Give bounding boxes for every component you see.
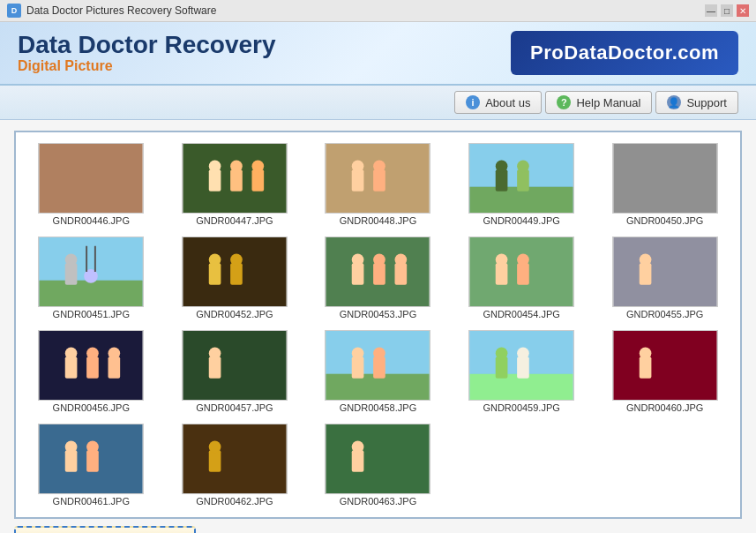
- list-item[interactable]: GNDR00453.JPG: [310, 233, 446, 323]
- svg-rect-56: [183, 331, 286, 400]
- image-filename: GNDR00452.JPG: [196, 309, 273, 319]
- svg-rect-18: [517, 169, 529, 191]
- title-bar-controls: — □ ✕: [705, 4, 749, 17]
- svg-point-10: [352, 161, 364, 173]
- app-subtitle: Digital Picture: [18, 58, 276, 74]
- image-filename: GNDR00448.JPG: [340, 215, 416, 226]
- image-filename: GNDR00456.JPG: [53, 402, 130, 413]
- list-item[interactable]: GNDR00456.JPG: [23, 327, 160, 417]
- svg-rect-77: [65, 450, 78, 471]
- title-bar: D Data Doctor Pictures Recovery Software…: [0, 0, 756, 22]
- title-bar-left: D Data Doctor Pictures Recovery Software: [7, 4, 216, 18]
- list-item[interactable]: GNDR00448.JPG: [310, 139, 446, 229]
- svg-point-36: [352, 254, 364, 266]
- list-item[interactable]: GNDR00446.JPG: [23, 139, 160, 229]
- svg-rect-73: [613, 331, 716, 400]
- list-item[interactable]: GNDR00450.JPG: [596, 139, 733, 229]
- image-filename: GNDR00463.JPG: [340, 496, 416, 507]
- image-filename: GNDR00459.JPG: [483, 402, 559, 413]
- close-button[interactable]: ✕: [737, 4, 749, 17]
- svg-rect-35: [352, 263, 364, 284]
- image-filename: GNDR00454.JPG: [483, 309, 559, 319]
- svg-rect-71: [517, 357, 529, 378]
- question-icon: ?: [557, 95, 571, 109]
- about-us-label: About us: [485, 96, 530, 109]
- header: Data Doctor Recovery Digital Picture Pro…: [0, 22, 756, 86]
- svg-rect-64: [374, 357, 386, 378]
- main-content: GNDR00446.JPGGNDR00447.JPGGNDR00448.JPGG…: [0, 120, 756, 533]
- list-item[interactable]: GNDR00459.JPG: [453, 327, 590, 417]
- svg-point-31: [209, 254, 221, 266]
- svg-rect-24: [65, 263, 78, 284]
- svg-rect-20: [613, 144, 716, 213]
- svg-rect-39: [395, 263, 408, 284]
- list-item[interactable]: GNDR00461.JPG: [23, 420, 160, 510]
- image-filename: GNDR00453.JPG: [340, 309, 416, 319]
- info-icon: i: [466, 95, 480, 109]
- svg-rect-57: [209, 357, 221, 378]
- support-icon: 👤: [667, 95, 681, 109]
- list-item[interactable]: GNDR00452.JPG: [167, 233, 303, 323]
- svg-rect-30: [209, 263, 221, 284]
- list-item[interactable]: GNDR00460.JPG: [596, 327, 733, 417]
- svg-point-17: [496, 161, 508, 173]
- app-title: Data Doctor Recovery: [18, 32, 276, 59]
- svg-rect-46: [613, 237, 716, 306]
- svg-rect-16: [496, 169, 508, 191]
- minimize-button[interactable]: —: [705, 4, 717, 17]
- svg-rect-84: [326, 424, 430, 493]
- svg-rect-62: [352, 357, 364, 378]
- help-manual-label: Help Manual: [576, 96, 640, 109]
- list-item[interactable]: GNDR00447.JPG: [167, 139, 303, 229]
- list-item[interactable]: GNDR00462.JPG: [167, 420, 303, 510]
- svg-point-5: [230, 161, 243, 173]
- svg-rect-79: [86, 450, 99, 471]
- list-item[interactable]: GNDR00455.JPG: [596, 233, 733, 323]
- svg-point-63: [352, 348, 364, 360]
- svg-rect-69: [496, 357, 508, 378]
- window-title: Data Doctor Pictures Recovery Software: [26, 4, 216, 17]
- image-filename: GNDR00450.JPG: [626, 215, 703, 226]
- image-filename: GNDR00451.JPG: [53, 309, 130, 319]
- svg-rect-11: [374, 169, 386, 191]
- svg-point-40: [395, 254, 408, 266]
- list-item[interactable]: GNDR00457.JPG: [167, 327, 303, 417]
- svg-rect-47: [639, 263, 651, 284]
- list-item[interactable]: GNDR00458.JPG: [310, 327, 446, 417]
- svg-rect-82: [209, 450, 221, 471]
- svg-point-72: [517, 348, 529, 360]
- svg-rect-37: [374, 263, 386, 284]
- list-item[interactable]: GNDR00451.JPG: [23, 233, 160, 323]
- svg-point-43: [496, 254, 508, 266]
- header-left: Data Doctor Recovery Digital Picture: [18, 32, 276, 75]
- svg-point-51: [65, 348, 78, 360]
- svg-rect-32: [230, 263, 243, 284]
- svg-point-12: [374, 161, 386, 173]
- help-manual-button[interactable]: ? Help Manual: [545, 91, 652, 114]
- list-item[interactable]: GNDR00449.JPG: [453, 139, 590, 229]
- svg-rect-81: [183, 424, 286, 493]
- svg-point-70: [496, 348, 508, 360]
- support-label: Support: [686, 96, 727, 109]
- svg-point-80: [86, 441, 99, 454]
- svg-point-55: [109, 348, 121, 360]
- svg-rect-0: [40, 144, 143, 213]
- image-grid-container[interactable]: GNDR00446.JPGGNDR00447.JPGGNDR00448.JPGG…: [14, 131, 742, 519]
- image-filename: GNDR00458.JPG: [340, 402, 416, 413]
- svg-point-83: [209, 441, 221, 454]
- svg-rect-6: [251, 169, 264, 191]
- image-filename: GNDR00460.JPG: [626, 402, 703, 413]
- list-item[interactable]: GNDR00463.JPG: [310, 420, 446, 510]
- svg-rect-2: [209, 169, 221, 191]
- svg-rect-52: [86, 357, 99, 378]
- about-us-button[interactable]: i About us: [454, 91, 542, 114]
- list-item[interactable]: GNDR00454.JPG: [453, 233, 590, 323]
- maximize-button[interactable]: □: [721, 4, 733, 17]
- svg-point-65: [374, 348, 386, 360]
- support-button[interactable]: 👤 Support: [655, 91, 738, 114]
- open-containing-folder-button[interactable]: Open Containing Folder: [14, 526, 196, 533]
- svg-point-45: [517, 254, 529, 266]
- svg-rect-54: [109, 357, 121, 378]
- app-icon: D: [7, 4, 21, 18]
- svg-point-58: [209, 348, 221, 360]
